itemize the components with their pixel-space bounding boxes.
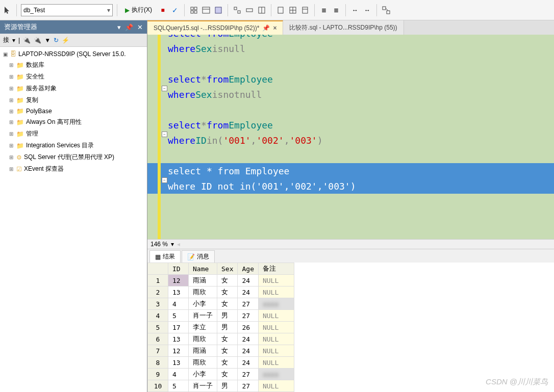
cell[interactable]: 女 [217, 369, 238, 380]
results-text-icon[interactable] [213, 5, 223, 15]
cell-id[interactable]: 5 [168, 380, 189, 392]
tool-icon-3[interactable] [257, 5, 267, 15]
tab-active[interactable]: SQLQuery15.sql -...RSSD9IP\hp (52))* 📌 × [147, 20, 283, 35]
cell[interactable]: 24 [238, 286, 258, 298]
tree-node[interactable]: ⊞📁Integration Services 目录 [2, 140, 145, 151]
cell[interactable]: 雨欣 [189, 333, 217, 345]
cell-id[interactable]: 13 [168, 357, 189, 369]
tree-node[interactable]: ⊞📁安全性 [2, 71, 145, 83]
tree-node[interactable]: ⊞📁PolyBase [2, 106, 145, 116]
refresh-icon[interactable]: ↻ [54, 37, 59, 44]
cell[interactable]: 肖一子 [189, 380, 217, 392]
table-row[interactable]: 712雨涵女24NULL [148, 345, 294, 357]
sql-editor[interactable]: select * from Employeewhere Sex is nulls… [147, 35, 554, 239]
tree-node[interactable]: ⊞📁管理 [2, 128, 145, 140]
results-tab[interactable]: ▦ 结果 [149, 250, 181, 263]
tool-icon-1[interactable] [232, 5, 242, 15]
results-grid[interactable]: IDNameSexAge备注 112雨涵女24NULL213雨欣女24NULL3… [147, 263, 554, 392]
close-icon[interactable]: ✕ [137, 23, 143, 31]
cell[interactable]: 女 [217, 275, 238, 286]
cell[interactable]: 女 [217, 357, 238, 369]
tab-inactive[interactable]: 比较符.sql - LAPTO...RSSD9IP\hp (55)) [283, 20, 404, 35]
row-number[interactable]: 5 [148, 322, 168, 333]
cell[interactable]: 小李 [189, 298, 217, 310]
tool-icon-6[interactable] [300, 5, 310, 15]
cell[interactable]: 24 [238, 275, 258, 286]
column-header[interactable]: 备注 [258, 263, 294, 275]
expand-icon[interactable]: ⊞ [8, 74, 14, 80]
expand-icon[interactable]: ⊞ [8, 97, 14, 103]
filter-icon[interactable]: ▼ [44, 37, 51, 44]
table-row[interactable]: 105肖一子男27NULL [148, 380, 294, 392]
row-number[interactable]: 9 [148, 369, 168, 380]
cell[interactable]: 27 [238, 369, 258, 380]
cell-id[interactable]: 13 [168, 333, 189, 345]
code-line[interactable]: select * from Employee [147, 163, 554, 178]
row-number[interactable]: 8 [148, 357, 168, 369]
cell[interactable]: 小李 [189, 369, 217, 380]
column-header[interactable]: Sex [217, 263, 238, 275]
cell[interactable]: 27 [238, 310, 258, 322]
tool-icon-4[interactable] [275, 5, 286, 15]
tree-server-node[interactable]: ▣ 🗄 LAPTOP-NRSSD9IP (SQL Server 15.0. [2, 49, 145, 59]
close-icon[interactable]: × [273, 24, 276, 32]
indent-icon[interactable]: ≣ [319, 5, 329, 15]
table-row[interactable]: 34小李女27xxxx [148, 298, 294, 310]
cell[interactable]: 雨涵 [189, 345, 217, 357]
connect-label[interactable]: 接 [3, 36, 9, 44]
outdent-icon[interactable]: ≣ [331, 5, 341, 15]
code-line[interactable]: where ID in('001','002','003') [147, 133, 554, 148]
pulse-icon[interactable]: ⚡ [62, 37, 69, 44]
connect-icon[interactable]: 🔌 [23, 37, 31, 44]
expand-icon[interactable]: ⊞ [8, 131, 14, 137]
row-number[interactable]: 7 [148, 345, 168, 357]
cell-id[interactable]: 4 [168, 369, 189, 380]
zoom-dropdown-icon[interactable]: ▾ [171, 241, 174, 248]
tool-icon-5[interactable] [288, 5, 298, 15]
cell[interactable]: 雨欣 [189, 286, 217, 298]
row-number[interactable]: 1 [148, 275, 168, 286]
collapse-icon[interactable]: − [162, 86, 167, 91]
code-line[interactable]: where Sex is not null [147, 87, 554, 102]
code-line[interactable]: where ID not in('001','002','003') [147, 178, 554, 194]
table-row[interactable]: 112雨涵女24NULL [148, 275, 294, 286]
execute-button[interactable]: ▶ 执行(X) [121, 4, 156, 16]
uncomment-icon[interactable]: ↔ [362, 5, 372, 15]
expand-icon[interactable]: ⊞ [8, 109, 14, 114]
collapse-icon[interactable]: − [162, 177, 167, 183]
row-number[interactable]: 3 [148, 298, 168, 310]
code-line[interactable] [147, 102, 554, 117]
cell-id[interactable]: 17 [168, 322, 189, 333]
row-number[interactable]: 2 [148, 286, 168, 298]
code-line[interactable]: select * from Employee [147, 71, 554, 87]
cell-remark[interactable]: NULL [258, 345, 294, 357]
code-line[interactable]: where Sex is null [147, 41, 554, 56]
cell[interactable]: 男 [217, 310, 238, 322]
stop-icon[interactable]: ■ [158, 5, 168, 15]
column-header[interactable]: ID [168, 263, 189, 275]
tree-node[interactable]: ⊞📁数据库 [2, 59, 145, 71]
code-line[interactable] [147, 56, 554, 71]
cell[interactable]: 27 [238, 298, 258, 310]
column-header[interactable]: Age [238, 263, 258, 275]
table-row[interactable]: 517李立男26NULL [148, 322, 294, 333]
cell[interactable]: 24 [238, 333, 258, 345]
cell[interactable]: 雨涵 [189, 275, 217, 286]
cell-id[interactable]: 4 [168, 298, 189, 310]
tree-node[interactable]: ⊞⚙SQL Server 代理(已禁用代理 XP) [2, 151, 145, 163]
tree-node[interactable]: ⊞📁服务器对象 [2, 83, 145, 94]
cell-id[interactable]: 13 [168, 286, 189, 298]
cell-id[interactable]: 5 [168, 310, 189, 322]
code-line[interactable]: select * from Employee [147, 117, 554, 133]
table-row[interactable]: 213雨欣女24NULL [148, 286, 294, 298]
cell[interactable]: 女 [217, 345, 238, 357]
messages-tab[interactable]: 📝 消息 [182, 250, 215, 263]
pin-icon[interactable]: 📌 [262, 24, 270, 32]
cell-remark[interactable]: NULL [258, 322, 294, 333]
connect-icon-2[interactable]: 🔌 [34, 37, 41, 44]
cell-remark[interactable]: xxxx [258, 298, 294, 310]
scroll-left-icon[interactable]: ◂ [177, 241, 180, 248]
cell-remark[interactable]: NULL [258, 380, 294, 392]
row-number[interactable]: 10 [148, 380, 168, 392]
expand-icon[interactable]: ⊞ [8, 62, 14, 68]
